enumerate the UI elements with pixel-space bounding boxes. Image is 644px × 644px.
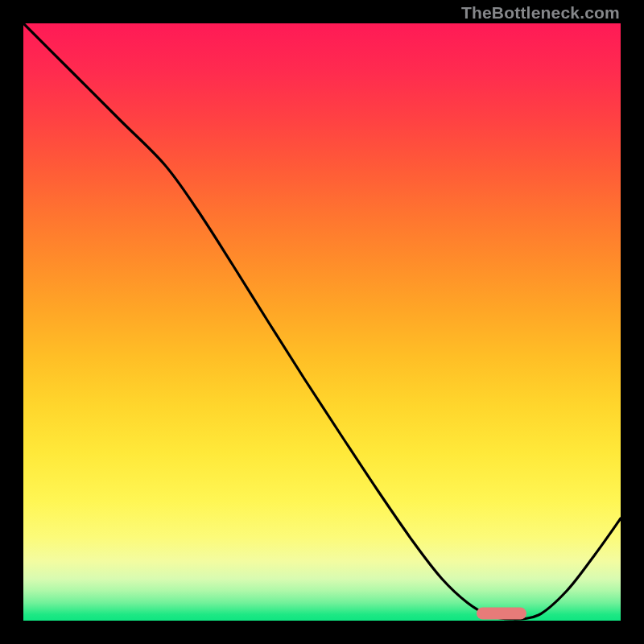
chart-frame: TheBottleneck.com [0,0,644,644]
plot-area [23,23,621,621]
watermark-text: TheBottleneck.com [461,3,620,23]
chart-svg [23,23,621,621]
bottleneck-curve [23,23,621,619]
optimal-marker [477,608,526,620]
